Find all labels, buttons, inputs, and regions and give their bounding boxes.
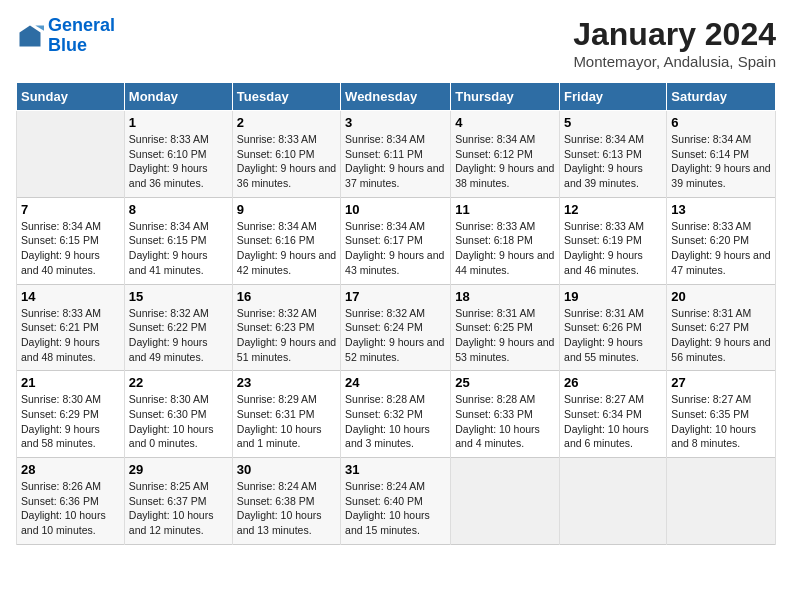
day-info: Sunrise: 8:32 AMSunset: 6:24 PMDaylight:… [345, 306, 446, 365]
calendar-cell: 10Sunrise: 8:34 AMSunset: 6:17 PMDayligh… [341, 197, 451, 284]
day-number: 12 [564, 202, 662, 217]
day-info: Sunrise: 8:32 AMSunset: 6:23 PMDaylight:… [237, 306, 336, 365]
day-info: Sunrise: 8:30 AMSunset: 6:29 PMDaylight:… [21, 392, 120, 451]
calendar-cell: 9Sunrise: 8:34 AMSunset: 6:16 PMDaylight… [232, 197, 340, 284]
day-number: 20 [671, 289, 771, 304]
day-number: 23 [237, 375, 336, 390]
day-number: 29 [129, 462, 228, 477]
calendar-cell: 3Sunrise: 8:34 AMSunset: 6:11 PMDaylight… [341, 111, 451, 198]
day-info: Sunrise: 8:27 AMSunset: 6:34 PMDaylight:… [564, 392, 662, 451]
day-number: 17 [345, 289, 446, 304]
day-number: 16 [237, 289, 336, 304]
day-info: Sunrise: 8:33 AMSunset: 6:21 PMDaylight:… [21, 306, 120, 365]
logo-text: GeneralBlue [48, 16, 115, 56]
day-info: Sunrise: 8:33 AMSunset: 6:10 PMDaylight:… [237, 132, 336, 191]
day-number: 5 [564, 115, 662, 130]
day-info: Sunrise: 8:33 AMSunset: 6:20 PMDaylight:… [671, 219, 771, 278]
calendar-header-row: SundayMondayTuesdayWednesdayThursdayFrid… [17, 83, 776, 111]
day-info: Sunrise: 8:34 AMSunset: 6:17 PMDaylight:… [345, 219, 446, 278]
page-header: GeneralBlue January 2024 Montemayor, And… [16, 16, 776, 70]
day-number: 25 [455, 375, 555, 390]
calendar-cell: 2Sunrise: 8:33 AMSunset: 6:10 PMDaylight… [232, 111, 340, 198]
calendar-cell: 11Sunrise: 8:33 AMSunset: 6:18 PMDayligh… [451, 197, 560, 284]
header-wednesday: Wednesday [341, 83, 451, 111]
day-number: 2 [237, 115, 336, 130]
day-number: 8 [129, 202, 228, 217]
day-number: 19 [564, 289, 662, 304]
day-info: Sunrise: 8:31 AMSunset: 6:27 PMDaylight:… [671, 306, 771, 365]
day-number: 22 [129, 375, 228, 390]
day-number: 21 [21, 375, 120, 390]
day-info: Sunrise: 8:24 AMSunset: 6:38 PMDaylight:… [237, 479, 336, 538]
day-number: 26 [564, 375, 662, 390]
calendar-cell: 28Sunrise: 8:26 AMSunset: 6:36 PMDayligh… [17, 458, 125, 545]
day-info: Sunrise: 8:25 AMSunset: 6:37 PMDaylight:… [129, 479, 228, 538]
calendar-cell: 20Sunrise: 8:31 AMSunset: 6:27 PMDayligh… [667, 284, 776, 371]
day-number: 10 [345, 202, 446, 217]
calendar-cell: 30Sunrise: 8:24 AMSunset: 6:38 PMDayligh… [232, 458, 340, 545]
day-info: Sunrise: 8:28 AMSunset: 6:32 PMDaylight:… [345, 392, 446, 451]
calendar-cell: 22Sunrise: 8:30 AMSunset: 6:30 PMDayligh… [124, 371, 232, 458]
calendar-week-2: 7Sunrise: 8:34 AMSunset: 6:15 PMDaylight… [17, 197, 776, 284]
calendar-cell: 6Sunrise: 8:34 AMSunset: 6:14 PMDaylight… [667, 111, 776, 198]
day-info: Sunrise: 8:34 AMSunset: 6:11 PMDaylight:… [345, 132, 446, 191]
day-number: 24 [345, 375, 446, 390]
header-friday: Friday [560, 83, 667, 111]
calendar-cell: 17Sunrise: 8:32 AMSunset: 6:24 PMDayligh… [341, 284, 451, 371]
calendar-cell: 31Sunrise: 8:24 AMSunset: 6:40 PMDayligh… [341, 458, 451, 545]
day-number: 31 [345, 462, 446, 477]
day-info: Sunrise: 8:28 AMSunset: 6:33 PMDaylight:… [455, 392, 555, 451]
calendar-cell: 4Sunrise: 8:34 AMSunset: 6:12 PMDaylight… [451, 111, 560, 198]
day-number: 18 [455, 289, 555, 304]
header-thursday: Thursday [451, 83, 560, 111]
calendar-cell: 24Sunrise: 8:28 AMSunset: 6:32 PMDayligh… [341, 371, 451, 458]
title-block: January 2024 Montemayor, Andalusia, Spai… [573, 16, 776, 70]
day-info: Sunrise: 8:34 AMSunset: 6:15 PMDaylight:… [21, 219, 120, 278]
day-number: 13 [671, 202, 771, 217]
day-number: 3 [345, 115, 446, 130]
header-tuesday: Tuesday [232, 83, 340, 111]
svg-marker-0 [20, 25, 41, 46]
day-number: 11 [455, 202, 555, 217]
day-info: Sunrise: 8:32 AMSunset: 6:22 PMDaylight:… [129, 306, 228, 365]
day-info: Sunrise: 8:24 AMSunset: 6:40 PMDaylight:… [345, 479, 446, 538]
calendar-week-4: 21Sunrise: 8:30 AMSunset: 6:29 PMDayligh… [17, 371, 776, 458]
calendar-week-3: 14Sunrise: 8:33 AMSunset: 6:21 PMDayligh… [17, 284, 776, 371]
calendar-cell: 19Sunrise: 8:31 AMSunset: 6:26 PMDayligh… [560, 284, 667, 371]
calendar-cell [667, 458, 776, 545]
calendar-cell: 5Sunrise: 8:34 AMSunset: 6:13 PMDaylight… [560, 111, 667, 198]
calendar-cell: 12Sunrise: 8:33 AMSunset: 6:19 PMDayligh… [560, 197, 667, 284]
header-saturday: Saturday [667, 83, 776, 111]
calendar-cell: 16Sunrise: 8:32 AMSunset: 6:23 PMDayligh… [232, 284, 340, 371]
calendar-week-5: 28Sunrise: 8:26 AMSunset: 6:36 PMDayligh… [17, 458, 776, 545]
calendar-cell: 26Sunrise: 8:27 AMSunset: 6:34 PMDayligh… [560, 371, 667, 458]
calendar-cell [560, 458, 667, 545]
day-info: Sunrise: 8:34 AMSunset: 6:15 PMDaylight:… [129, 219, 228, 278]
calendar-table: SundayMondayTuesdayWednesdayThursdayFrid… [16, 82, 776, 545]
calendar-cell: 21Sunrise: 8:30 AMSunset: 6:29 PMDayligh… [17, 371, 125, 458]
day-info: Sunrise: 8:33 AMSunset: 6:10 PMDaylight:… [129, 132, 228, 191]
calendar-cell: 25Sunrise: 8:28 AMSunset: 6:33 PMDayligh… [451, 371, 560, 458]
calendar-cell: 18Sunrise: 8:31 AMSunset: 6:25 PMDayligh… [451, 284, 560, 371]
day-info: Sunrise: 8:34 AMSunset: 6:12 PMDaylight:… [455, 132, 555, 191]
calendar-cell: 1Sunrise: 8:33 AMSunset: 6:10 PMDaylight… [124, 111, 232, 198]
day-info: Sunrise: 8:31 AMSunset: 6:26 PMDaylight:… [564, 306, 662, 365]
calendar-cell [17, 111, 125, 198]
day-number: 1 [129, 115, 228, 130]
calendar-cell: 13Sunrise: 8:33 AMSunset: 6:20 PMDayligh… [667, 197, 776, 284]
day-number: 27 [671, 375, 771, 390]
day-info: Sunrise: 8:34 AMSunset: 6:14 PMDaylight:… [671, 132, 771, 191]
calendar-cell: 15Sunrise: 8:32 AMSunset: 6:22 PMDayligh… [124, 284, 232, 371]
header-sunday: Sunday [17, 83, 125, 111]
day-info: Sunrise: 8:30 AMSunset: 6:30 PMDaylight:… [129, 392, 228, 451]
location: Montemayor, Andalusia, Spain [573, 53, 776, 70]
day-info: Sunrise: 8:27 AMSunset: 6:35 PMDaylight:… [671, 392, 771, 451]
header-monday: Monday [124, 83, 232, 111]
calendar-cell: 23Sunrise: 8:29 AMSunset: 6:31 PMDayligh… [232, 371, 340, 458]
day-number: 30 [237, 462, 336, 477]
month-year: January 2024 [573, 16, 776, 53]
calendar-cell: 29Sunrise: 8:25 AMSunset: 6:37 PMDayligh… [124, 458, 232, 545]
calendar-cell: 7Sunrise: 8:34 AMSunset: 6:15 PMDaylight… [17, 197, 125, 284]
day-number: 6 [671, 115, 771, 130]
day-info: Sunrise: 8:26 AMSunset: 6:36 PMDaylight:… [21, 479, 120, 538]
